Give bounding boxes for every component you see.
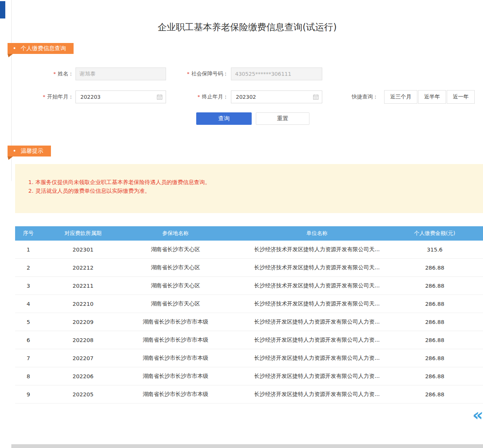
table-row[interactable]: 1 202301 湖南省长沙市天心区 长沙经济技术开发区捷特人力资源开发有限公司…: [15, 241, 483, 259]
start-month-label: *开始年月：: [28, 94, 74, 100]
col-header-area: 参保地名称: [125, 230, 226, 237]
required-star-icon: *: [54, 71, 56, 77]
cell-amount: 286.88: [408, 283, 483, 289]
ssn-label: *社会保障号码：: [172, 71, 228, 77]
end-month-input[interactable]: [235, 94, 311, 100]
cell-company: 长沙经济开发区捷特人力资源开发有限公司人力资...: [226, 336, 408, 344]
start-month-input[interactable]: [80, 94, 154, 100]
table-row[interactable]: 4 202210 湖南省长沙市天心区 长沙经济技术开发区捷特人力资源开发有限公司…: [15, 295, 483, 313]
cell-period: 202209: [42, 319, 125, 325]
cell-seq: 8: [15, 373, 42, 379]
bottom-scrollbar-strip[interactable]: [11, 444, 483, 448]
corner-blue-block: [0, 1, 5, 18]
cell-amount: 286.88: [408, 355, 483, 361]
table-row[interactable]: 3 202211 湖南省长沙市天心区 长沙经济技术开发区捷特人力资源开发有限公司…: [15, 277, 483, 295]
quick-btn-last-3-months[interactable]: 近三个月: [384, 90, 417, 104]
cell-period: 202212: [42, 265, 125, 271]
cell-company: 长沙经济技术开发区捷特人力资源开发有限公司天...: [226, 246, 408, 253]
cell-amount: 286.88: [408, 265, 483, 271]
cell-amount: 286.88: [408, 301, 483, 307]
cell-area: 湖南省长沙市长沙市市本级: [125, 391, 226, 398]
calendar-icon[interactable]: [157, 94, 163, 100]
cell-area: 湖南省长沙市天心区: [125, 264, 226, 271]
cell-area: 湖南省长沙市天心区: [125, 246, 226, 253]
cell-company: 长沙经济开发区捷特人力资源开发有限公司人力资...: [226, 318, 408, 325]
cell-period: 202208: [42, 337, 125, 343]
notice-line-2: 2. 灵活就业人员的缴费单位信息以实际缴费为准。: [28, 187, 475, 195]
cell-period: 202206: [42, 373, 125, 379]
cell-company: 长沙经济技术开发区捷特人力资源开发有限公司天...: [226, 282, 408, 289]
required-star-icon: *: [198, 94, 200, 100]
calendar-icon[interactable]: [313, 94, 319, 100]
cell-amount: 286.88: [408, 337, 483, 343]
table-row[interactable]: 6 202208 湖南省长沙市长沙市市本级 长沙经济开发区捷特人力资源开发有限公…: [15, 331, 483, 349]
end-month-label: *终止年月：: [184, 94, 228, 100]
cell-amount: 286.88: [408, 373, 483, 379]
cell-company: 长沙经济技术开发区捷特人力资源开发有限公司天...: [226, 264, 408, 271]
reset-button[interactable]: 重置: [256, 112, 309, 125]
bullet-icon: •: [13, 148, 16, 155]
cell-seq: 2: [15, 265, 42, 271]
name-label: *姓名：: [36, 71, 74, 77]
ssn-input[interactable]: [231, 68, 322, 80]
table-row[interactable]: 7 202207 湖南省长沙市长沙市市本级 长沙经济开发区捷特人力资源开发有限公…: [15, 349, 483, 367]
cell-period: 202211: [42, 283, 125, 289]
notice-line-1: 1. 本服务仅提供尚未领取企业职工基本养老保险待遇人员的缴费信息查询。: [28, 178, 475, 187]
col-header-period: 对应费款所属期: [42, 230, 125, 237]
required-star-icon: *: [187, 71, 190, 77]
end-month-field[interactable]: [231, 91, 322, 103]
quick-btn-last-half-year[interactable]: 近半年: [418, 90, 446, 104]
cell-seq: 3: [15, 283, 42, 289]
cell-area: 湖南省长沙市长沙市市本级: [125, 336, 226, 344]
cell-amount: 315.6: [408, 247, 483, 253]
page-title: 企业职工基本养老保险缴费信息查询(试运行): [11, 21, 483, 33]
cell-company: 长沙经济开发区捷特人力资源开发有限公司人力资...: [226, 354, 408, 362]
section-header-label: 温馨提示: [21, 147, 43, 155]
section-header-tips: • 温馨提示: [8, 146, 51, 156]
section-header-label: 个人缴费信息查询: [21, 45, 66, 52]
cell-seq: 7: [15, 355, 42, 361]
cell-area: 湖南省长沙市天心区: [125, 300, 226, 307]
cell-period: 202205: [42, 391, 125, 397]
name-input[interactable]: [75, 68, 166, 80]
cell-seq: 6: [15, 337, 42, 343]
table-header-row: 序号 对应费款所属期 参保地名称 单位名称 个人缴费金额(元): [15, 226, 483, 241]
start-month-field[interactable]: [75, 91, 166, 103]
quick-btn-last-year[interactable]: 近一年: [447, 90, 475, 104]
cell-seq: 1: [15, 247, 42, 253]
section-header-personal-payment-query: • 个人缴费信息查询: [8, 43, 74, 54]
notice-box: 1. 本服务仅提供尚未领取企业职工基本养老保险待遇人员的缴费信息查询。 2. 灵…: [15, 164, 483, 213]
bullet-icon: •: [13, 45, 16, 52]
cell-period: 202207: [42, 355, 125, 361]
pension-query-page: 企业职工基本养老保险缴费信息查询(试运行) • 个人缴费信息查询 *姓名： *社…: [0, 0, 483, 448]
cell-company: 长沙经济开发区捷特人力资源开发有限公司人力资...: [226, 373, 408, 380]
quick-query-label: 快捷查询：: [352, 94, 378, 100]
payment-result-table: 序号 对应费款所属期 参保地名称 单位名称 个人缴费金额(元) 1 202301…: [15, 226, 483, 404]
cell-amount: 286.88: [408, 391, 483, 397]
cell-company: 长沙经济开发区捷特人力资源开发有限公司人力资...: [226, 391, 408, 398]
table-row[interactable]: 5 202209 湖南省长沙市长沙市市本级 长沙经济开发区捷特人力资源开发有限公…: [15, 313, 483, 331]
cell-area: 湖南省长沙市长沙市市本级: [125, 373, 226, 380]
cell-period: 202301: [42, 247, 125, 253]
cell-seq: 4: [15, 301, 42, 307]
cell-area: 湖南省长沙市长沙市市本级: [125, 354, 226, 362]
cell-area: 湖南省长沙市天心区: [125, 282, 226, 289]
badge-fold-decoration: [8, 54, 13, 57]
table-row[interactable]: 9 202205 湖南省长沙市长沙市市本级 长沙经济开发区捷特人力资源开发有限公…: [15, 385, 483, 404]
cell-seq: 9: [15, 391, 42, 397]
required-star-icon: *: [43, 94, 46, 100]
cell-period: 202210: [42, 301, 125, 307]
quick-query-group: 近三个月 近半年 近一年: [384, 90, 475, 104]
col-header-company: 单位名称: [226, 230, 408, 237]
collapse-double-chevron-left-icon[interactable]: «: [471, 407, 483, 423]
col-header-seq: 序号: [15, 230, 42, 237]
badge-fold-decoration: [8, 156, 13, 160]
table-row[interactable]: 2 202212 湖南省长沙市天心区 长沙经济技术开发区捷特人力资源开发有限公司…: [15, 259, 483, 277]
cell-company: 长沙经济技术开发区捷特人力资源开发有限公司天...: [226, 300, 408, 307]
query-button[interactable]: 查询: [196, 112, 252, 125]
table-row[interactable]: 8 202206 湖南省长沙市长沙市市本级 长沙经济开发区捷特人力资源开发有限公…: [15, 367, 483, 385]
cell-seq: 5: [15, 319, 42, 325]
cell-area: 湖南省长沙市长沙市市本级: [125, 318, 226, 325]
col-header-amount: 个人缴费金额(元): [408, 230, 483, 237]
cell-amount: 286.88: [408, 319, 483, 325]
